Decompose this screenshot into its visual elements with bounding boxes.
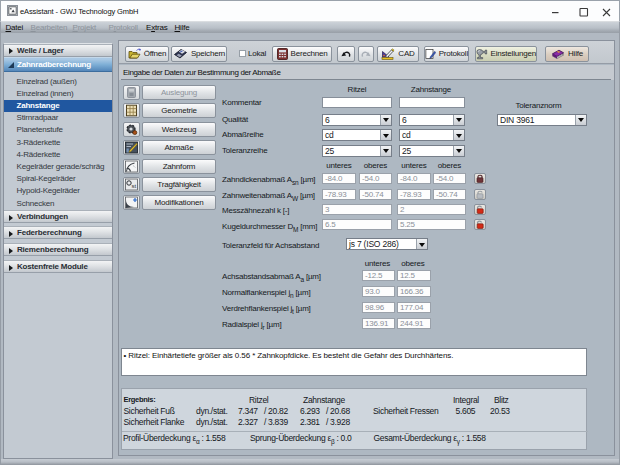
- svg-text:st: st: [132, 183, 137, 189]
